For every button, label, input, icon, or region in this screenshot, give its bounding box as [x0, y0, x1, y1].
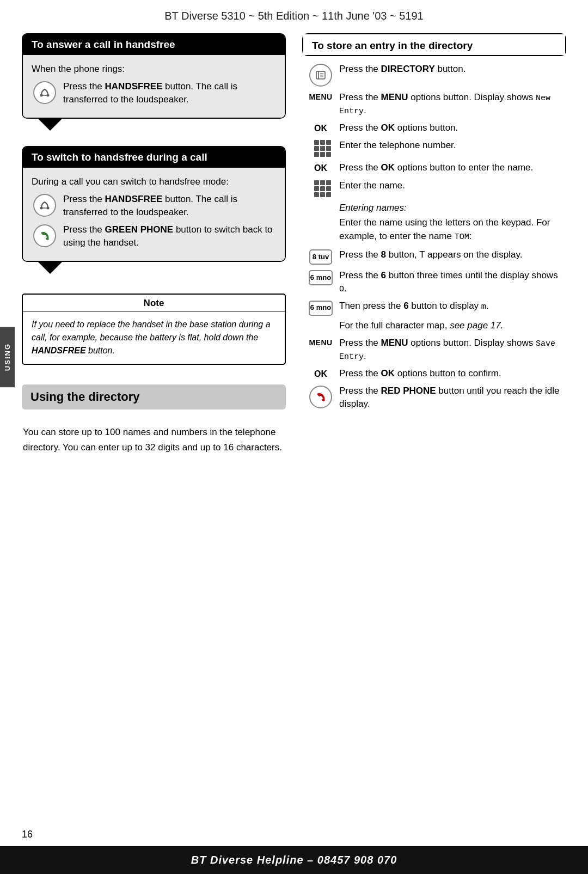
directory-icon [308, 63, 334, 87]
store-entry-box: To store an entry in the directory [302, 33, 566, 56]
page-number: 16 [22, 829, 33, 840]
handsfree-answer-arrow [38, 119, 62, 131]
handsfree-answer-intro: When the phone rings: [32, 63, 276, 76]
step-enter-name-text: Enter the name. [339, 179, 566, 192]
step-enter-name: Enter the name. [308, 179, 566, 197]
step-menu-new-entry: MENU Press the MENU options button. Disp… [308, 91, 566, 117]
menu-label-icon: MENU [308, 91, 334, 103]
note-body: If you need to replace the handset in th… [23, 311, 285, 364]
step-ok-confirm-text: Press the OK options button to confirm. [339, 367, 566, 380]
note-box: Note If you need to replace the handset … [22, 294, 286, 365]
red-phone-button-icon [309, 386, 332, 408]
green-phone-button-icon [33, 224, 56, 247]
step-ok-confirm: OK Press the OK options button to confir… [308, 367, 566, 380]
handsfree-switch-step1: Press the HANDSFREE button. The call is … [32, 193, 276, 219]
handsfree-switch-box-inner: To switch to handsfree during a call Dur… [22, 146, 286, 262]
handsfree-switch-step2: Press the GREEN PHONE button to switch b… [32, 223, 276, 249]
handsfree-answer-box: To answer a call in handsfree When the p… [22, 33, 286, 131]
left-column: To answer a call in handsfree When the p… [22, 33, 286, 841]
ok-label-icon-3: OK [308, 367, 334, 380]
handsfree-switch-intro: During a call you can switch to handsfre… [32, 175, 276, 188]
see-page-ref: For the full character map, see page 17. [339, 320, 566, 331]
page-footer: BT Diverse Helpline – 08457 908 070 [0, 846, 588, 874]
step-8tuv: 8 tuv Press the 8 button, T appears on t… [308, 248, 566, 265]
handsfree-switch-intro-row: During a call you can switch to handsfre… [32, 175, 276, 188]
ok-label-1: OK [314, 123, 327, 135]
handsfree-switch-title: To switch to handsfree during a call [23, 147, 285, 168]
keypad-icon-2 [308, 179, 334, 197]
handsfree-switch-box: To switch to handsfree during a call Dur… [22, 146, 286, 274]
step-6mno-1-text: Press the 6 button three times until the… [339, 269, 566, 295]
step-directory-text: Press the DIRECTORY button. [339, 63, 566, 76]
handsfree-answer-box-inner: To answer a call in handsfree When the p… [22, 33, 286, 119]
handsfree-icon-2 [32, 193, 58, 217]
red-phone-icon [308, 384, 334, 408]
handsfree-icon [32, 80, 58, 104]
handsfree-switch-arrow [38, 262, 62, 274]
green-phone-icon [32, 223, 58, 247]
step-directory: Press the DIRECTORY button. [308, 63, 566, 87]
handsfree-answer-body: When the phone rings: Press the HANDSFRE… [23, 55, 285, 118]
step-ok-2: OK Press the OK options button to enter … [308, 161, 566, 174]
store-entry-title: To store an entry in the directory [303, 34, 565, 55]
step-6mno-2: 6 mno Then press the 6 button to display… [308, 300, 566, 316]
main-content: To answer a call in handsfree When the p… [0, 28, 588, 846]
menu-label-icon-2: MENU [308, 337, 334, 349]
step-enter-number: Enter the telephone number. [308, 139, 566, 157]
handsfree-switch-body: During a call you can switch to handsfre… [23, 168, 285, 261]
page-header: BT Diverse 5310 ~ 5th Edition ~ 11th Jun… [0, 0, 588, 28]
handsfree-answer-intro-row: When the phone rings: [32, 63, 276, 76]
handsfree-button-icon [33, 81, 56, 104]
entering-names-label: Entering names: [339, 203, 566, 213]
8tuv-icon: 8 tuv [308, 248, 334, 265]
ok-label-icon-1: OK [308, 121, 334, 135]
right-column: To store an entry in the directory Press… [302, 33, 566, 841]
step-ok-2-text: Press the OK options button to enter the… [339, 161, 566, 174]
section-body: You can store up to 100 names and number… [22, 425, 286, 454]
handsfree-answer-title: To answer a call in handsfree [23, 34, 285, 55]
step-menu-new-entry-text: Press the MENU options button. Display s… [339, 91, 566, 117]
keypad-grid-1 [314, 140, 331, 157]
menu-label-2: MENU [309, 338, 332, 349]
section-title: Using the directory [22, 384, 286, 410]
step-6mno-2-text: Then press the 6 button to display m. [339, 300, 566, 313]
directory-button-icon [309, 64, 332, 87]
step-red-phone: Press the RED PHONE button until you rea… [308, 384, 566, 411]
keypad-icon-1 [308, 139, 334, 157]
ok-label-3: OK [314, 368, 327, 380]
6mno-icon-2: 6 mno [308, 300, 334, 316]
step-menu-save: MENU Press the MENU options button. Disp… [308, 337, 566, 363]
note-header: Note [23, 295, 285, 311]
store-entry-steps: Press the DIRECTORY button. MENU Press t… [302, 60, 566, 415]
8tuv-button-icon: 8 tuv [309, 249, 332, 265]
page: USING BT Diverse 5310 ~ 5th Edition ~ 11… [0, 0, 588, 874]
entering-names-block: Entering names: Enter the name using the… [339, 203, 566, 244]
step-6mno-1: 6 mno Press the 6 button three times unt… [308, 269, 566, 295]
step-ok-1-text: Press the OK options button. [339, 121, 566, 135]
handsfree-answer-step1: Press the HANDSFREE button. The call is … [32, 80, 276, 106]
step-enter-number-text: Enter the telephone number. [339, 139, 566, 152]
handsfree-answer-step1-text: Press the HANDSFREE button. The call is … [63, 80, 276, 106]
handsfree-switch-step2-text: Press the GREEN PHONE button to switch b… [63, 223, 276, 249]
step-ok-1: OK Press the OK options button. [308, 121, 566, 135]
entering-names-intro: Enter the name using the letters on the … [339, 216, 566, 244]
6mno-button-icon-1: 6 mno [309, 270, 333, 285]
handsfree-switch-step1-text: Press the HANDSFREE button. The call is … [63, 193, 276, 219]
using-tab: USING [0, 327, 15, 387]
keypad-grid-2 [314, 180, 331, 197]
ok-label-icon-2: OK [308, 161, 334, 174]
step-menu-save-text: Press the MENU options button. Display s… [339, 337, 566, 363]
6mno-button-icon-2: 6 mno [309, 301, 333, 316]
menu-label: MENU [309, 92, 332, 103]
6mno-icon-1: 6 mno [308, 269, 334, 285]
step-8tuv-text: Press the 8 button, T appears on the dis… [339, 248, 566, 261]
ok-label-2: OK [314, 162, 327, 174]
step-red-phone-text: Press the RED PHONE button until you rea… [339, 384, 566, 411]
handsfree-button-icon-2 [33, 194, 56, 217]
